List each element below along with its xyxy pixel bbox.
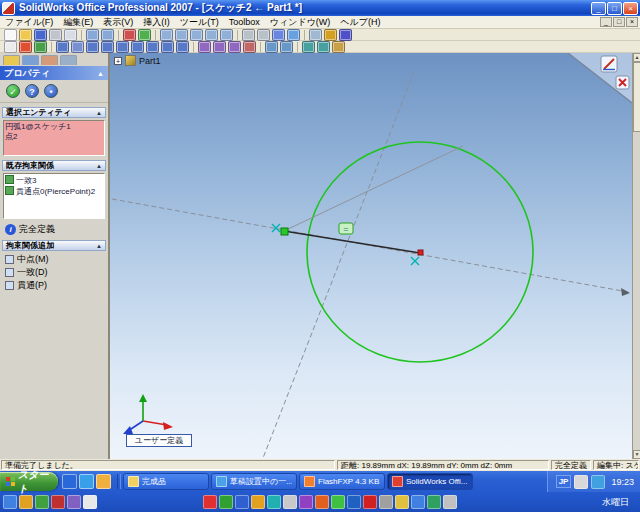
midpoint-relation-button[interactable]: 中点(M) [5, 253, 103, 265]
tray-icon[interactable] [379, 495, 393, 509]
endpoint-marker[interactable] [281, 228, 288, 235]
relation-item[interactable]: 一致3 [5, 175, 103, 186]
tray-icon[interactable] [591, 475, 605, 489]
relation-item[interactable]: 貫通点0(PiercePoint)2 [5, 186, 103, 197]
new-document-icon[interactable] [4, 29, 17, 41]
task-button-solidworks[interactable]: SolidWorks Offi... [387, 473, 473, 490]
add-relation-icon[interactable] [302, 41, 315, 53]
tray-icon[interactable] [315, 495, 329, 509]
part-name[interactable]: Part1 [139, 56, 161, 66]
undo-icon[interactable] [86, 29, 99, 41]
selected-entity-item[interactable]: 円弧1@スケッチ1 [5, 122, 103, 132]
scroll-down-button[interactable]: ▼ [633, 450, 640, 459]
pierce-relation-button[interactable]: 貫通(P) [5, 279, 103, 291]
toolbox-icon[interactable] [324, 29, 337, 41]
scrollbar-thumb[interactable] [633, 62, 640, 132]
help-button[interactable]: ? [25, 84, 39, 98]
sketch-canvas[interactable]: = [110, 53, 632, 459]
linear-pattern-icon[interactable] [265, 41, 278, 53]
menu-item[interactable]: 挿入(I) [138, 16, 175, 28]
tray-icon[interactable] [251, 495, 265, 509]
wireframe-icon[interactable] [242, 29, 255, 41]
tray-icon[interactable] [574, 475, 588, 489]
edit-color-icon[interactable] [138, 29, 151, 41]
mdi-minimize-button[interactable]: _ [600, 17, 612, 27]
sketch-icon[interactable] [19, 41, 32, 53]
view-orientation-icon[interactable] [309, 29, 322, 41]
tray-icon[interactable] [395, 495, 409, 509]
tray-icon[interactable] [283, 495, 297, 509]
graphics-area[interactable]: = + [110, 53, 632, 459]
circular-pattern-icon[interactable] [280, 41, 293, 53]
mirror-entities-icon[interactable] [198, 41, 211, 53]
shaded-icon[interactable] [272, 29, 285, 41]
scroll-up-button[interactable]: ▲ [633, 53, 640, 62]
menu-item[interactable]: 編集(E) [58, 16, 98, 28]
keep-visible-button[interactable]: • [44, 84, 58, 98]
language-indicator[interactable]: JP [556, 475, 572, 488]
selected-entity-item[interactable]: 点2 [5, 132, 103, 142]
tray-icon[interactable] [299, 495, 313, 509]
menu-item[interactable]: ツール(T) [175, 16, 224, 28]
center-point[interactable] [418, 250, 423, 255]
tray-icon[interactable] [3, 495, 17, 509]
tray-icon[interactable] [203, 495, 217, 509]
existing-relations-header[interactable]: 既存拘束関係 ▲ [2, 160, 106, 171]
zoom-area-icon[interactable] [175, 29, 188, 41]
open-icon[interactable] [19, 29, 32, 41]
tray-icon[interactable] [443, 495, 457, 509]
selected-entities-list[interactable]: 円弧1@スケッチ1 点2 [3, 120, 105, 156]
reference-line[interactable] [284, 146, 463, 231]
redo-icon[interactable] [101, 29, 114, 41]
point-icon[interactable] [176, 41, 189, 53]
zoom-inout-icon[interactable] [190, 29, 203, 41]
task-button-flashfxp[interactable]: FlashFXP 4.3 KB... [299, 473, 385, 490]
convert-entities-icon[interactable] [213, 41, 226, 53]
selected-entities-header[interactable]: 選択エンティティ ▲ [2, 107, 106, 118]
zoom-fit-icon[interactable] [160, 29, 173, 41]
panel-tab[interactable] [41, 55, 58, 65]
panel-tab[interactable] [22, 55, 39, 65]
smart-dimension-icon[interactable] [34, 41, 47, 53]
clock[interactable]: 19:23 [611, 477, 634, 487]
pan-icon[interactable] [220, 29, 233, 41]
task-button-browser[interactable]: 草稿設置中の一... [211, 473, 297, 490]
menu-item[interactable]: Toolbox [224, 16, 265, 28]
tray-icon[interactable] [19, 495, 33, 509]
three-point-arc-icon[interactable] [146, 41, 159, 53]
print-preview-icon[interactable] [64, 29, 77, 41]
quick-launch-icon[interactable] [62, 474, 77, 489]
mdi-close-button[interactable]: × [626, 17, 638, 27]
panel-tab[interactable] [3, 55, 20, 65]
hidden-lines-icon[interactable] [257, 29, 270, 41]
tray-icon[interactable] [51, 495, 65, 509]
start-button[interactable]: スタート [0, 472, 58, 491]
tray-icon[interactable] [267, 495, 281, 509]
tray-icon[interactable] [67, 495, 81, 509]
display-relations-icon[interactable] [317, 41, 330, 53]
vertical-scrollbar[interactable]: ▲ ▼ [632, 53, 640, 459]
pin-icon[interactable]: ▲ [97, 70, 104, 77]
spline-icon[interactable] [161, 41, 174, 53]
tray-icon[interactable] [235, 495, 249, 509]
print-icon[interactable] [49, 29, 62, 41]
ok-button[interactable]: ✓ [6, 84, 20, 98]
rebuild-icon[interactable] [123, 29, 136, 41]
quick-launch-icon[interactable] [79, 474, 94, 489]
trim-entities-icon[interactable] [243, 41, 256, 53]
tray-icon[interactable] [219, 495, 233, 509]
maximize-button[interactable]: □ [607, 2, 622, 15]
quick-snaps-icon[interactable] [332, 41, 345, 53]
panel-tab[interactable] [60, 55, 77, 65]
rotate-view-icon[interactable] [205, 29, 218, 41]
menu-item[interactable]: 表示(V) [98, 16, 138, 28]
coincident-relation-button[interactable]: 一致(D) [5, 266, 103, 278]
centerline-icon[interactable] [71, 41, 84, 53]
task-button-kanseihin[interactable]: 完成品 [123, 473, 209, 490]
circle-icon[interactable] [101, 41, 114, 53]
line-icon[interactable] [56, 41, 69, 53]
tray-icon[interactable] [331, 495, 345, 509]
existing-relations-list[interactable]: 一致3 貫通点0(PiercePoint)2 [3, 173, 105, 219]
centerpoint-arc-icon[interactable] [116, 41, 129, 53]
tray-icon[interactable] [427, 495, 441, 509]
